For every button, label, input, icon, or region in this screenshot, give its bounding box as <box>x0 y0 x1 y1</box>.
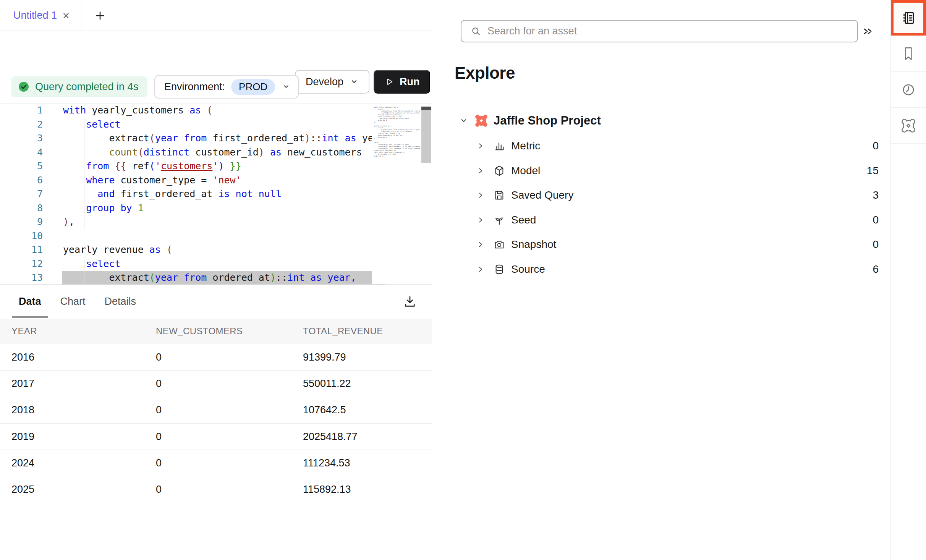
asset-search-input[interactable]: Search for an asset <box>461 20 858 42</box>
tree-item-count: 3 <box>873 189 879 201</box>
status-row: Query completed in 4s Environment: PROD <box>0 70 432 103</box>
bookmark-rail-button[interactable] <box>891 36 926 72</box>
line-number: 2 <box>0 118 43 132</box>
line-number: 8 <box>0 201 43 215</box>
tree-item-count: 15 <box>867 165 879 177</box>
metric-icon <box>494 140 505 152</box>
catalog-icon <box>901 11 916 25</box>
dbt-outline-rail-button[interactable] <box>891 108 926 144</box>
scrollbar-marker <box>421 107 431 110</box>
tree-item-label: Model <box>511 165 540 177</box>
project-name: Jaffle Shop Project <box>494 114 601 128</box>
snapshot-icon <box>494 239 505 250</box>
tree-item-model[interactable]: Model15 <box>432 159 890 183</box>
table-row: 20180107642.5 <box>0 397 432 424</box>
sql-editor[interactable]: 12345678910111213 with yearly_customers … <box>0 103 432 285</box>
table-cell: 550011.22 <box>303 378 432 390</box>
explore-title: Explore <box>455 63 515 83</box>
tree-item-saved-query[interactable]: Saved Query3 <box>432 183 890 208</box>
table-cell: 0 <box>156 457 303 469</box>
table-cell: 2025418.77 <box>303 431 432 443</box>
tree-item-metric[interactable]: Metric0 <box>432 134 890 159</box>
tree-item-label: Saved Query <box>511 189 573 201</box>
right-icon-rail <box>890 0 926 560</box>
column-header: NEW_CUSTOMERS <box>156 326 303 337</box>
table-cell: 2024 <box>11 457 156 469</box>
download-results-button[interactable] <box>401 292 419 311</box>
query-status-text: Query completed in 4s <box>35 81 138 93</box>
chevron-right-icon[interactable] <box>477 142 484 150</box>
editor-header: Develop Run <box>0 31 432 70</box>
tree-item-label: Source <box>511 263 545 275</box>
chevron-right-icon[interactable] <box>477 191 484 199</box>
table-cell: 0 <box>156 351 303 363</box>
line-number: 7 <box>0 187 43 201</box>
table-row: 20170550011.22 <box>0 371 432 397</box>
table-cell: 2018 <box>11 404 156 416</box>
chevron-right-icon[interactable] <box>477 167 484 175</box>
seed-icon <box>494 214 505 226</box>
line-number: 4 <box>0 146 43 160</box>
new-tab-button[interactable] <box>88 0 112 31</box>
table-cell: 0 <box>156 484 303 495</box>
results-tab-details[interactable]: Details <box>98 285 143 318</box>
chevron-right-icon[interactable] <box>477 265 484 273</box>
line-number: 9 <box>0 215 43 229</box>
table-cell: 91399.79 <box>303 351 432 363</box>
line-number: 10 <box>0 229 43 243</box>
editor-gutter: 12345678910111213 <box>0 104 43 285</box>
chevron-down-icon[interactable] <box>459 116 468 125</box>
environment-value-badge: PROD <box>231 79 275 95</box>
results-tab-chart[interactable]: Chart <box>54 285 92 318</box>
table-cell: 111234.53 <box>303 457 432 469</box>
line-number: 13 <box>0 271 43 285</box>
search-placeholder: Search for an asset <box>487 25 577 37</box>
history-rail-button[interactable] <box>891 72 926 108</box>
query-status-badge: Query completed in 4s <box>11 76 147 97</box>
double-chevron-right-icon <box>862 25 874 37</box>
table-cell: 107642.5 <box>303 404 432 416</box>
catalog-rail-button[interactable] <box>891 0 926 36</box>
source-icon <box>494 264 505 275</box>
download-icon <box>403 295 417 308</box>
tab-untitled-1[interactable]: Untitled 1 <box>0 0 81 31</box>
tree-item-label: Seed <box>511 214 536 226</box>
table-cell: 115892.13 <box>303 484 432 495</box>
line-number: 1 <box>0 104 43 118</box>
chevron-right-icon[interactable] <box>477 241 484 248</box>
tree-item-snapshot[interactable]: Snapshot0 <box>432 232 890 257</box>
environment-select[interactable]: Environment: PROD <box>154 75 299 99</box>
tree-item-seed[interactable]: Seed0 <box>432 208 890 233</box>
editor-pane: Untitled 1 Develop Run <box>0 0 432 560</box>
column-header: TOTAL_REVENUE <box>303 326 432 337</box>
scrollbar-thumb[interactable] <box>421 107 431 163</box>
chevron-right-icon[interactable] <box>477 216 484 224</box>
bookmark-icon <box>902 47 915 61</box>
line-number: 11 <box>0 243 43 257</box>
search-icon <box>471 26 481 37</box>
results-table-header: YEARNEW_CUSTOMERSTOTAL_REVENUE <box>0 319 432 344</box>
tree-item-count: 0 <box>873 140 879 152</box>
line-number: 3 <box>0 131 43 146</box>
close-icon[interactable] <box>61 11 71 21</box>
dbt-outline-icon <box>901 118 916 133</box>
table-cell: 0 <box>156 378 303 390</box>
project-tree: Jaffle Shop Project Metric0Model15Saved … <box>432 108 890 282</box>
tree-item-count: 0 <box>873 214 879 226</box>
collapse-panel-button[interactable] <box>858 21 878 41</box>
editor-scrollbar[interactable] <box>420 104 432 284</box>
tree-item-label: Metric <box>511 140 540 152</box>
line-number: 5 <box>0 159 43 173</box>
tree-item-source[interactable]: Source6 <box>432 257 890 282</box>
tree-root-jaffle-shop-project[interactable]: Jaffle Shop Project <box>432 108 890 134</box>
plus-icon <box>94 9 107 22</box>
environment-label: Environment: <box>164 81 225 93</box>
results-tab-data[interactable]: Data <box>12 285 48 318</box>
history-icon <box>901 83 916 97</box>
editor-minimap[interactable]: with yearly_customers as ( select extrac… <box>372 104 420 284</box>
table-row: 20250115892.13 <box>0 476 432 503</box>
table-cell: 0 <box>156 431 303 443</box>
saved-query-icon <box>494 189 505 201</box>
line-number: 12 <box>0 257 43 271</box>
tree-item-count: 6 <box>873 263 879 275</box>
